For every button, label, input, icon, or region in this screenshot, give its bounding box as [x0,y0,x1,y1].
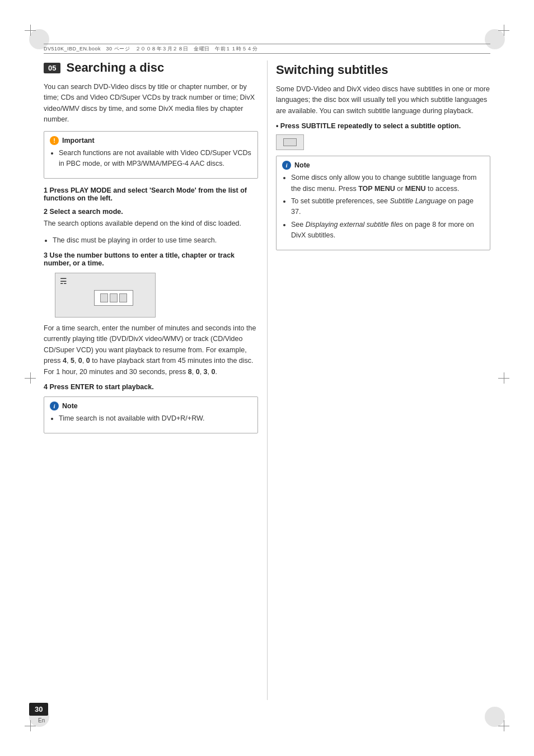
step2-body: The search options available depend on t… [44,218,258,229]
right-note-title: Note [294,161,310,169]
screen-cell-2 [110,293,118,302]
step2-heading: 2 Select a search mode. [44,208,258,216]
header-bar: DV510K_IBD_EN.book 30 ページ ２００８年３月２８日 金曜日… [44,44,490,54]
screen-inner [94,290,133,306]
screen-cell-3 [119,293,127,302]
right-note-bullet-2: To set subtitle preferences, see Subtitl… [291,196,484,218]
right-note-icon: i [282,161,291,170]
left-intro: You can search DVD-Video discs by title … [44,82,258,125]
cross-mark-tl [25,25,36,36]
page-lang: En [38,717,45,724]
cross-mark-br [498,720,509,731]
step4-heading: 4 Press ENTER to start playback. [44,383,258,391]
important-title: Important [62,137,95,144]
step2-bullet-1: The disc must be playing in order to use… [53,235,258,246]
main-content: 05 Searching a disc You can search DVD-V… [44,60,490,700]
subtitle-instruction: • Press SUBTITLE repeatedly to select a … [276,122,490,130]
cross-mark-bl [25,720,36,731]
left-note-bullet-1: Time search is not available with DVD+R/… [59,413,252,424]
left-section-title: Searching a disc [66,60,164,75]
right-note-bullet-1: Some discs only allow you to change subt… [291,172,484,194]
right-note-bullets: Some discs only allow you to change subt… [282,172,484,241]
left-note-bullets: Time search is not available with DVD+R/… [50,413,252,424]
cross-mark-tr [498,25,509,36]
subtitle-screen-inner [283,138,297,146]
step2-bullets: The disc must be playing in order to use… [44,235,258,246]
step3-body: For a time search, enter the number of m… [44,323,258,377]
step3-heading: 3 Use the number buttons to enter a titl… [44,251,258,267]
left-note-title: Note [62,402,78,410]
note-icon: i [50,402,59,410]
right-note-bullet-3: See Displaying external subtitle files o… [291,220,484,241]
left-note-header: i Note [50,402,252,410]
header-text: DV510K_IBD_EN.book 30 ページ ２００８年３月２８日 金曜日… [44,45,257,53]
right-section-title: Switching subtitles [276,60,490,77]
left-section-header: 05 Searching a disc [44,60,258,75]
important-box: ! Important Search functions are not ava… [44,131,258,179]
step1-heading: 1 Press PLAY MODE and select 'Search Mod… [44,186,258,202]
important-header: ! Important [50,136,252,145]
right-note-box: i Note Some discs only allow you to chan… [276,156,490,250]
subtitle-screen-mockup [276,134,304,150]
section-badge: 05 [44,63,60,73]
disc-icon: ☴ [60,277,67,286]
important-bullet-1: Search functions are not available with … [59,148,252,170]
screen-cell-1 [100,293,108,302]
left-column: 05 Searching a disc You can search DVD-V… [44,60,258,700]
left-note-box: i Note Time search is not available with… [44,396,258,433]
right-intro: Some DVD-Video and DivX video discs have… [276,84,490,116]
cross-mark-ml [25,372,36,384]
right-note-header: i Note [282,161,484,170]
warning-icon: ! [50,136,59,145]
cross-mark-mr [498,372,509,384]
page-number: 30 [29,703,48,716]
search-screen-mockup: ☴ [55,273,156,318]
right-column: Switching subtitles Some DVD-Video and D… [276,60,490,700]
important-bullets: Search functions are not available with … [50,148,252,170]
